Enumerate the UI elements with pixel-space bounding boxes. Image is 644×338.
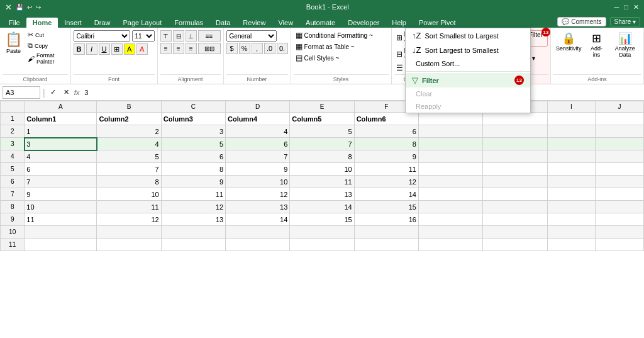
cancel-icon[interactable]: ✕: [61, 87, 72, 97]
cell[interactable]: [547, 239, 596, 251]
copy-button[interactable]: ⧉Copy: [26, 41, 68, 50]
cell[interactable]: [97, 239, 161, 251]
cell[interactable]: [547, 226, 596, 239]
percent-button[interactable]: %: [239, 43, 250, 54]
custom-sort-item[interactable]: Custom Sort...: [406, 57, 530, 70]
cell[interactable]: Column6: [354, 113, 418, 125]
cell[interactable]: 12: [226, 188, 290, 201]
cell[interactable]: [547, 163, 596, 176]
cell[interactable]: 15: [354, 201, 418, 213]
tab-powerpivot[interactable]: Power Pivot: [413, 18, 462, 28]
cell[interactable]: 1: [25, 125, 97, 138]
cell[interactable]: [418, 201, 482, 213]
maximize-btn[interactable]: □: [624, 3, 628, 11]
cell[interactable]: [483, 213, 547, 226]
cell[interactable]: [596, 239, 644, 251]
italic-button[interactable]: I: [86, 43, 97, 55]
tab-draw[interactable]: Draw: [88, 18, 117, 28]
row-header[interactable]: 9: [1, 213, 25, 226]
align-right-button[interactable]: ≡: [186, 43, 197, 54]
cell[interactable]: [161, 226, 225, 239]
share-button[interactable]: Share ▾: [610, 17, 640, 26]
col-header-e[interactable]: E: [290, 101, 354, 113]
quick-redo[interactable]: ↪: [36, 4, 41, 11]
cell[interactable]: [547, 188, 596, 201]
cell[interactable]: [290, 226, 354, 239]
cell[interactable]: 6: [226, 138, 290, 150]
row-header[interactable]: 4: [1, 150, 25, 163]
cell[interactable]: 11: [161, 188, 225, 201]
addins-button[interactable]: ⊞ Add-ins: [586, 30, 606, 59]
cell[interactable]: 13: [290, 188, 354, 201]
cell[interactable]: 14: [226, 213, 290, 226]
currency-button[interactable]: $: [226, 43, 238, 54]
formula-input[interactable]: [82, 88, 641, 97]
tab-developer[interactable]: Developer: [341, 18, 386, 28]
cell[interactable]: 7: [25, 176, 97, 188]
cell[interactable]: 10: [290, 163, 354, 176]
cell[interactable]: 11: [290, 176, 354, 188]
cell-styles-button[interactable]: ▤ Cell Styles ~: [294, 53, 389, 63]
cell[interactable]: 2: [97, 125, 161, 138]
cell[interactable]: [596, 188, 644, 201]
minimize-btn[interactable]: ─: [614, 3, 619, 11]
cell[interactable]: [596, 113, 644, 125]
cell[interactable]: [418, 150, 482, 163]
tab-home[interactable]: Home: [26, 18, 58, 28]
cell[interactable]: [547, 125, 596, 138]
filter-item[interactable]: ▽ Filter 13: [406, 73, 530, 87]
cell[interactable]: Column3: [161, 113, 225, 125]
tab-insert[interactable]: Insert: [58, 18, 88, 28]
paste-button[interactable]: 📋 Paste: [3, 30, 25, 55]
cell[interactable]: [596, 150, 644, 163]
cell[interactable]: [547, 138, 596, 150]
cell[interactable]: 4: [97, 138, 161, 150]
cell[interactable]: 4: [25, 150, 97, 163]
cell[interactable]: [483, 163, 547, 176]
cell[interactable]: 6: [161, 150, 225, 163]
cell[interactable]: [596, 213, 644, 226]
quick-save[interactable]: 💾: [16, 4, 23, 11]
font-family-select[interactable]: Calibri: [74, 30, 130, 42]
number-format-select[interactable]: General: [226, 30, 277, 42]
cell[interactable]: [483, 201, 547, 213]
cell[interactable]: 16: [354, 213, 418, 226]
cell[interactable]: [483, 138, 547, 150]
cell[interactable]: 8: [97, 176, 161, 188]
name-box[interactable]: [3, 86, 40, 99]
sort-desc-item[interactable]: ↓Z Sort Largest to Smallest: [406, 43, 530, 57]
cell[interactable]: [97, 226, 161, 239]
cell[interactable]: [483, 188, 547, 201]
cell[interactable]: [547, 213, 596, 226]
cell[interactable]: 7: [97, 163, 161, 176]
cell[interactable]: [418, 176, 482, 188]
cell[interactable]: [483, 125, 547, 138]
cell[interactable]: [483, 176, 547, 188]
tab-help[interactable]: Help: [386, 18, 413, 28]
cell[interactable]: [418, 239, 482, 251]
cell[interactable]: [418, 125, 482, 138]
cell[interactable]: 5: [290, 125, 354, 138]
cell[interactable]: [161, 239, 225, 251]
cell[interactable]: [596, 125, 644, 138]
cell[interactable]: 5: [97, 150, 161, 163]
cell[interactable]: 14: [290, 201, 354, 213]
cell[interactable]: 9: [161, 176, 225, 188]
row-header[interactable]: 3: [1, 138, 25, 150]
cell[interactable]: [418, 163, 482, 176]
cell[interactable]: 8: [161, 163, 225, 176]
cell[interactable]: [596, 138, 644, 150]
font-color-button[interactable]: A: [136, 43, 148, 55]
cell[interactable]: 9: [25, 188, 97, 201]
cell[interactable]: 10: [25, 201, 97, 213]
underline-button[interactable]: U: [99, 43, 110, 55]
align-left-button[interactable]: ≡: [160, 43, 172, 54]
row-header[interactable]: 5: [1, 163, 25, 176]
cell[interactable]: Column4: [226, 113, 290, 125]
cell[interactable]: [25, 226, 97, 239]
cell[interactable]: [418, 226, 482, 239]
cell[interactable]: Column5: [290, 113, 354, 125]
cell[interactable]: 7: [226, 150, 290, 163]
sort-asc-item[interactable]: ↑Z Sort Smallest to Largest: [406, 28, 530, 43]
sensitivity-button[interactable]: 🔒 Sensitivity: [553, 30, 584, 53]
